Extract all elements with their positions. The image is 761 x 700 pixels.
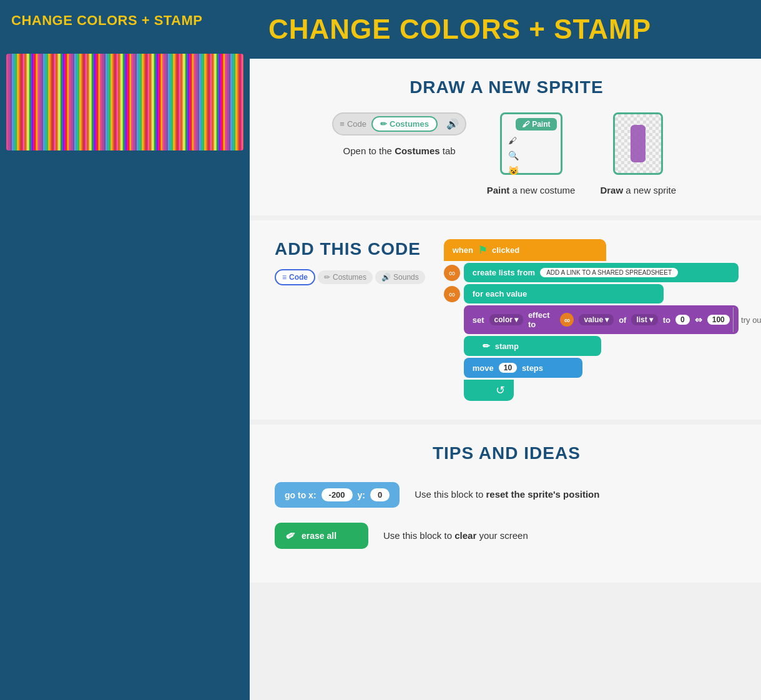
sprite-step-1: ≡ Code ✏ Costumes 🔊 Open to the Costumes… <box>337 112 462 157</box>
erase-pencil-icon: ✏ <box>283 528 298 545</box>
brush-tool-icon: 🖌 <box>508 136 517 145</box>
annotation-line <box>733 307 734 332</box>
add-code-title: ADD THIS CODE <box>275 239 425 259</box>
set-color-block: set color ▾ effect to ∞ value ▾ of <box>464 305 739 334</box>
sidebar-rainbow-image <box>6 54 243 150</box>
flag-icon: ⚑ <box>478 244 487 256</box>
tip-row-2: ✏ erase all Use this block to clear your… <box>275 523 739 549</box>
sound-icon: 🔊 <box>446 118 459 130</box>
draw-panel <box>613 112 663 175</box>
code-label: Code <box>289 273 308 282</box>
draw-sprite-section: DRAW A NEW SPRITE ≡ Code ✏ Costumes 🔊 O <box>250 59 761 215</box>
move-row: move 10 steps <box>464 358 739 378</box>
tips-section: TIPS AND IDEAS go to x: -200 y: 0 Use th… <box>250 425 761 583</box>
add-code-layout: ADD THIS CODE ≡ Code ✏ Costumes 🔊 Sounds <box>275 239 739 401</box>
stamp-label: stamp <box>495 342 519 351</box>
step2-label: Paint a new costume <box>487 184 576 197</box>
infinity-btn-1: ∞ <box>444 265 460 281</box>
sprite-steps: ≡ Code ✏ Costumes 🔊 Open to the Costumes… <box>275 112 739 197</box>
tab-code-active[interactable]: ≡ Code <box>275 269 315 285</box>
tip2-text: Use this block to clear your screen <box>383 529 528 543</box>
step3-label: Draw a new sprite <box>600 184 676 197</box>
loop-arrow-icon: ↺ <box>496 383 505 397</box>
sprite-step-3: Draw a new sprite <box>600 112 676 197</box>
sidebar: CHANGE COLORS + STAMP <box>0 0 250 700</box>
costumes-pencil-icon: ✏ <box>324 273 330 282</box>
tip1-text: Use this block to reset the sprite's pos… <box>415 488 599 502</box>
num1-input[interactable]: 0 <box>675 315 690 325</box>
paint-panel: 🖌 Paint 🖌 🔍 😺 <box>500 112 562 175</box>
paint-button[interactable]: 🖌 Paint <box>516 118 556 131</box>
sounds-icon: 🔊 <box>381 273 391 282</box>
value-arrow: ▾ <box>605 315 609 324</box>
paint-icon-search: 🔍 <box>508 150 519 160</box>
search-icon: 🔍 <box>508 150 519 160</box>
main-content: CHANGE COLORS + STAMP DRAW A NEW SPRITE … <box>250 0 761 700</box>
sprite-step-2: 🖌 Paint 🖌 🔍 😺 <box>487 112 576 197</box>
num2-input[interactable]: 100 <box>707 315 730 325</box>
brush-icon: 🖌 <box>522 120 529 129</box>
paint-icon-sprite: 😺 <box>508 165 519 175</box>
tab-costumes[interactable]: ✏ Costumes <box>318 270 373 284</box>
costumes-tab-label: Costumes <box>390 119 429 129</box>
when-flag-block: when ⚑ clicked <box>444 239 606 261</box>
costumes-tab-preview: ≡ Code ✏ Costumes 🔊 <box>332 112 466 136</box>
pencil-tab-icon: ✏ <box>380 119 387 129</box>
clicked-label: clicked <box>492 245 519 255</box>
y-input[interactable]: 0 <box>370 488 390 501</box>
costumes-tab[interactable]: ✏ Costumes <box>371 116 438 132</box>
code-tab: ≡ Code <box>340 119 366 129</box>
y-label: y: <box>358 490 365 500</box>
move-block: move 10 steps <box>464 358 582 378</box>
code-tabs-row: ≡ Code ✏ Costumes 🔊 Sounds <box>275 269 425 285</box>
when-label: when <box>453 245 473 255</box>
tab-sounds[interactable]: 🔊 Sounds <box>375 270 425 284</box>
code-blocks-area: when ⚑ clicked ∞ create lists from ADD A… <box>444 239 739 401</box>
x-input[interactable]: -200 <box>322 488 353 501</box>
sprite-icon: 😺 <box>508 165 519 175</box>
erase-label: erase all <box>302 531 336 541</box>
goto-label: go to x: <box>285 490 317 500</box>
draw-sprite-title: DRAW A NEW SPRITE <box>275 77 739 97</box>
move-label: move <box>473 363 494 373</box>
erase-block: ✏ erase all <box>275 523 368 549</box>
tips-title: TIPS AND IDEAS <box>275 443 739 463</box>
list-arrow: ▾ <box>649 315 653 324</box>
loop-arrow-block: ↺ <box>464 380 514 401</box>
loop-arrow-row: ↺ <box>464 380 739 401</box>
paint-icon-brush: 🖌 <box>508 136 517 145</box>
for-each-block: for each value <box>464 284 664 303</box>
set-color-row: set color ▾ effect to ∞ value ▾ of <box>464 305 739 334</box>
to-label: to <box>663 315 670 325</box>
code-icon: ≡ <box>282 273 287 282</box>
value-dropdown[interactable]: value ▾ <box>579 314 614 325</box>
color-dropdown[interactable]: color ▾ <box>489 314 523 325</box>
pencil-stamp-icon: ✏ <box>483 341 490 351</box>
steps-num[interactable]: 10 <box>499 363 517 373</box>
code-tab-label: Code <box>347 119 366 129</box>
page-title: CHANGE COLORS + STAMP <box>268 14 745 45</box>
annotation-area: try out different numbers <box>733 307 761 332</box>
stamp-row: ✏ stamp <box>464 336 739 356</box>
swap-icon: ⇔ <box>695 315 702 325</box>
stamp-block: ✏ stamp <box>464 336 601 356</box>
spreadsheet-input[interactable]: ADD A LINK TO A SHARED SPREADSHEET <box>540 268 678 277</box>
for-each-label: for each value <box>473 289 527 298</box>
of-label: of <box>619 315 626 325</box>
create-lists-label: create lists from <box>473 268 535 277</box>
paint-panel-icons: 🖌 🔍 😺 <box>506 133 557 178</box>
tip-row-1: go to x: -200 y: 0 Use this block to res… <box>275 482 739 508</box>
sprite-shape <box>631 125 646 162</box>
create-lists-block: create lists from ADD A LINK TO A SHARED… <box>464 263 739 282</box>
paint-label: Paint <box>532 120 550 129</box>
for-each-row: ∞ for each value <box>444 284 739 303</box>
hamburger-icon: ≡ <box>340 119 345 129</box>
effect-to-label: effect to <box>528 310 556 329</box>
set-label: set <box>473 315 484 325</box>
infinity-inline: ∞ <box>560 313 574 327</box>
list-dropdown[interactable]: list ▾ <box>631 314 657 325</box>
step1-label: Open to the Costumes tab <box>343 144 456 157</box>
goto-block: go to x: -200 y: 0 <box>275 482 400 508</box>
add-code-left: ADD THIS CODE ≡ Code ✏ Costumes 🔊 Sounds <box>275 239 425 285</box>
add-code-section: ADD THIS CODE ≡ Code ✏ Costumes 🔊 Sounds <box>250 220 761 420</box>
